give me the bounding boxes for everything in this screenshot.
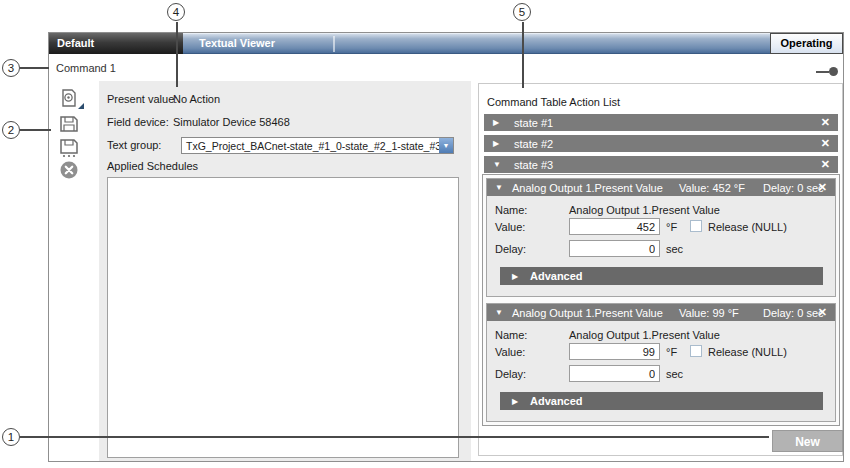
callout-4: 4 [167, 3, 185, 21]
value-input[interactable] [569, 343, 660, 360]
close-icon[interactable]: ✕ [821, 116, 830, 129]
action-title: Analog Output 1.Present Value [512, 307, 663, 319]
chevron-down-icon: ▼ [495, 308, 503, 317]
delay-unit: sec [666, 243, 683, 255]
icon-dropdown-triangle [78, 103, 84, 109]
name-label: Name: [495, 329, 527, 341]
callout-2: 2 [2, 121, 20, 139]
callout-3: 3 [2, 59, 20, 77]
value-row: Value: °F Release (NULL) [495, 217, 835, 239]
tab-textual-viewer[interactable]: Textual Viewer [199, 37, 275, 49]
sidebar [49, 81, 99, 461]
chevron-right-icon: ▶ [512, 397, 518, 406]
cancel-icon[interactable] [58, 159, 80, 181]
value-label: Value: [495, 221, 525, 233]
chevron-right-icon: ▶ [512, 272, 518, 281]
tab-operating[interactable]: Operating [770, 33, 843, 54]
command-form-panel: Present value: No Action Field device: S… [99, 81, 471, 461]
advanced-expander[interactable]: ▶ Advanced [500, 267, 823, 285]
header-separator [333, 36, 335, 52]
callout-1: 1 [2, 428, 20, 446]
name-value: Analog Output 1.Present Value [569, 329, 720, 341]
action-header[interactable]: ▼ Analog Output 1.Present Value Value: 9… [487, 304, 835, 321]
name-value: Analog Output 1.Present Value [569, 204, 720, 216]
action-header[interactable]: ▼ Analog Output 1.Present Value Value: 4… [487, 179, 835, 196]
field-device-label: Field device: [107, 116, 169, 128]
callout-2-line [20, 129, 51, 131]
save-as-icon[interactable] [58, 137, 80, 159]
advanced-label: Advanced [530, 270, 583, 282]
release-label: Release (NULL) [708, 346, 787, 358]
action-summary-value: Value: 452 °F [679, 182, 745, 194]
chevron-right-icon: ▶ [493, 118, 499, 127]
name-row: Name: Analog Output 1.Present Value [495, 196, 835, 217]
delay-row: Delay: sec [495, 364, 835, 386]
applied-schedules-label: Applied Schedules [107, 160, 198, 172]
action-summary-value: Value: 99 °F [679, 307, 739, 319]
application-window: Default Textual Viewer Operating Command… [48, 32, 844, 462]
present-value: No Action [173, 93, 220, 105]
action-title: Analog Output 1.Present Value [512, 182, 663, 194]
text-group-value: TxG_Project_BACnet-state_#1_0-state_#2_1… [186, 140, 453, 152]
close-icon[interactable]: ✕ [821, 158, 830, 171]
chevron-down-icon: ▼ [495, 183, 503, 192]
state-label: state #2 [514, 138, 553, 150]
value-input[interactable] [569, 218, 660, 235]
release-checkbox[interactable] [690, 220, 702, 232]
value-label: Value: [495, 346, 525, 358]
state-label: state #1 [514, 117, 553, 129]
release-checkbox[interactable] [690, 345, 702, 357]
save-icon[interactable] [58, 113, 80, 135]
callout-4-line [176, 22, 178, 87]
execute-command-icon[interactable] [58, 88, 80, 110]
header-blue-bar: Textual Viewer [183, 33, 770, 54]
action-summary-delay: Delay: 0 sec [763, 182, 824, 194]
state-3-container: ▼ Analog Output 1.Present Value Value: 4… [482, 174, 840, 426]
command-title: Command 1 [56, 62, 116, 74]
action-panel-2: ▼ Analog Output 1.Present Value Value: 9… [486, 303, 836, 422]
new-button[interactable]: New [772, 430, 843, 452]
state-label: state #3 [514, 159, 553, 171]
delay-unit: sec [666, 368, 683, 380]
state-bar-1[interactable]: ▶ state #1 ✕ [484, 114, 838, 131]
delay-label: Delay: [495, 243, 526, 255]
release-label: Release (NULL) [708, 221, 787, 233]
command-table-action-list-panel: Command Table Action List ▶ state #1 ✕ ▶… [478, 83, 843, 456]
value-unit: °F [666, 221, 677, 233]
field-device: Simulator Device 58468 [173, 116, 290, 128]
tab-default[interactable]: Default [49, 33, 183, 54]
action-summary-delay: Delay: 0 sec [763, 307, 824, 319]
text-group-dropdown[interactable]: TxG_Project_BACnet-state_#1_0-state_#2_1… [181, 137, 454, 154]
pin-line [816, 71, 829, 73]
state-bar-3[interactable]: ▼ state #3 ✕ [484, 156, 838, 173]
header-bar: Default Textual Viewer Operating [49, 33, 843, 54]
callout-1-line [20, 436, 769, 438]
chevron-down-icon[interactable]: ▼ [439, 138, 453, 153]
text-group-label: Text group: [107, 139, 161, 151]
content-area: Present value: No Action Field device: S… [49, 81, 843, 461]
chevron-down-icon: ▼ [493, 160, 501, 169]
pin-dot [829, 67, 838, 76]
command-title-row: Command 1 [49, 54, 843, 81]
action-panel-1: ▼ Analog Output 1.Present Value Value: 4… [486, 178, 836, 297]
close-icon[interactable]: ✕ [818, 306, 827, 319]
callout-3-line [20, 67, 49, 69]
present-value-label: Present value: [107, 93, 177, 105]
name-label: Name: [495, 204, 527, 216]
action-list-title: Command Table Action List [487, 96, 620, 108]
state-bar-2[interactable]: ▶ state #2 ✕ [484, 135, 838, 152]
delay-input[interactable] [569, 365, 660, 382]
close-icon[interactable]: ✕ [818, 181, 827, 194]
delay-input[interactable] [569, 240, 660, 257]
value-unit: °F [666, 346, 677, 358]
delay-row: Delay: sec [495, 239, 835, 261]
chevron-right-icon: ▶ [493, 139, 499, 148]
close-icon[interactable]: ✕ [821, 137, 830, 150]
advanced-expander[interactable]: ▶ Advanced [500, 392, 823, 410]
callout-5-line [522, 22, 524, 88]
name-row: Name: Analog Output 1.Present Value [495, 321, 835, 342]
delay-label: Delay: [495, 368, 526, 380]
advanced-label: Advanced [530, 395, 583, 407]
pin-icon[interactable] [816, 67, 838, 76]
applied-schedules-list[interactable] [107, 177, 459, 458]
